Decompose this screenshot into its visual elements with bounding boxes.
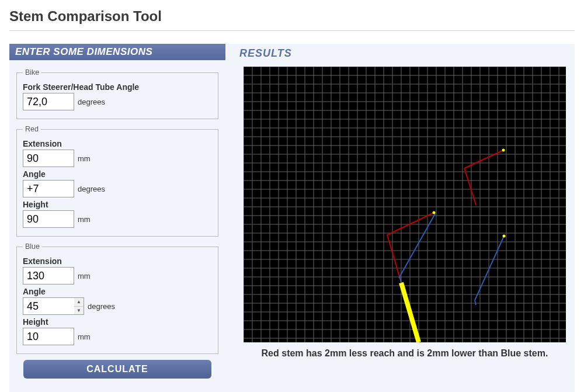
page-title: Stem Comparison Tool — [9, 5, 575, 31]
red-extension-label: Extension — [23, 139, 212, 148]
head-angle-input[interactable] — [23, 93, 74, 110]
svg-point-78 — [433, 211, 436, 214]
blue-extension-unit: mm — [78, 272, 91, 280]
group-blue-legend: Blue — [23, 242, 42, 251]
blue-extension-input[interactable] — [23, 267, 74, 285]
blue-angle-spinner: ▲ ▼ — [74, 297, 84, 315]
red-extension-input[interactable] — [23, 150, 74, 167]
svg-line-76 — [475, 300, 476, 305]
blue-angle-label: Angle — [23, 287, 212, 296]
red-angle-label: Angle — [23, 169, 212, 179]
red-height-unit: mm — [78, 215, 91, 224]
blue-height-input[interactable] — [23, 328, 74, 345]
red-extension-unit: mm — [78, 154, 91, 163]
panel-header: ENTER SOME DIMENSIONS — [9, 44, 225, 60]
group-red-legend: Red — [23, 125, 41, 133]
results-panel: RESULTS Red stem has 2mm less reach and … — [239, 44, 570, 387]
group-bike: Bike Fork Steerer/Head Tube Angle degree… — [16, 68, 218, 119]
dimensions-panel: ENTER SOME DIMENSIONS Bike Fork Steerer/… — [9, 44, 225, 387]
svg-line-71 — [387, 213, 434, 235]
calculate-button[interactable]: CALCULATE — [23, 360, 211, 379]
svg-line-74 — [464, 168, 476, 205]
blue-extension-label: Extension — [23, 256, 212, 266]
blue-angle-input[interactable] — [23, 297, 74, 315]
red-height-input[interactable] — [23, 210, 74, 228]
result-summary: Red stem has 2mm less reach and is 2mm l… — [239, 348, 570, 359]
red-angle-unit: degrees — [78, 185, 105, 193]
group-bike-legend: Bike — [23, 68, 41, 77]
red-height-label: Height — [23, 200, 212, 209]
panel-body: Bike Fork Steerer/Head Tube Angle degree… — [9, 60, 225, 387]
red-angle-input[interactable] — [23, 180, 74, 197]
svg-point-79 — [502, 149, 505, 152]
spinner-down-icon[interactable]: ▼ — [74, 306, 84, 314]
group-blue: Blue Extension mm Angle ▲ ▼ — [16, 242, 218, 354]
results-title: RESULTS — [239, 47, 570, 60]
head-angle-label: Fork Steerer/Head Tube Angle — [23, 82, 212, 92]
content: ENTER SOME DIMENSIONS Bike Fork Steerer/… — [9, 44, 575, 392]
spinner-up-icon[interactable]: ▲ — [74, 298, 84, 306]
svg-point-80 — [503, 235, 506, 238]
blue-height-label: Height — [23, 317, 212, 327]
head-angle-unit: degrees — [78, 98, 105, 106]
blue-angle-unit: degrees — [88, 302, 115, 311]
group-red: Red Extension mm Angle degrees Height — [16, 125, 218, 237]
blue-height-unit: mm — [78, 332, 91, 341]
stem-diagram — [244, 67, 566, 342]
